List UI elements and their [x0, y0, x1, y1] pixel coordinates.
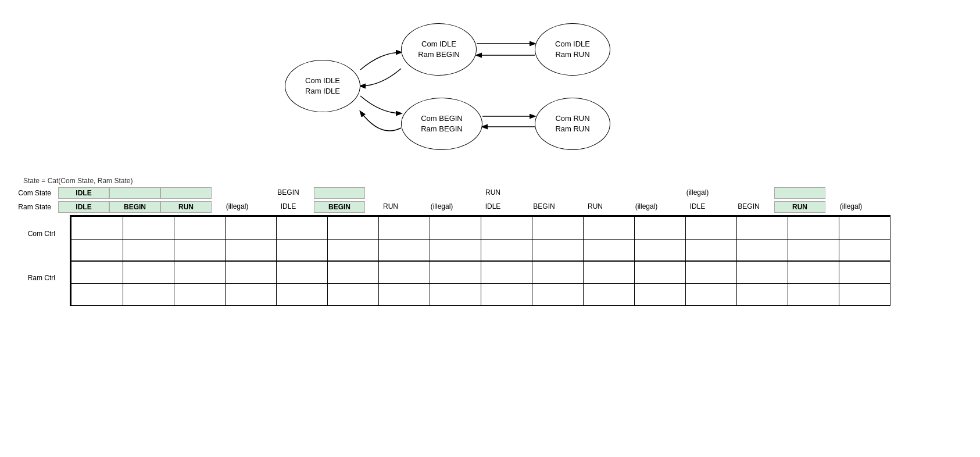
- com-ctrl-row-2: [71, 239, 890, 261]
- grid-cell: [532, 239, 583, 261]
- com-cell-13: [723, 187, 774, 199]
- grid-cell: [583, 283, 634, 305]
- grid-cell: [839, 283, 890, 305]
- grid-cell: [174, 239, 225, 261]
- node-run-run-line2: Ram RUN: [555, 124, 589, 134]
- node-idle-idle: Com IDLE Ram IDLE: [285, 60, 360, 112]
- com-cell-11: [621, 187, 672, 199]
- grid-cell: [276, 217, 327, 239]
- grid-cell: [481, 239, 532, 261]
- com-cell-5: [314, 187, 365, 199]
- grid-cell: [430, 239, 481, 261]
- ram-cell-0: IDLE: [58, 201, 109, 213]
- ram-ctrl-row-1: [71, 261, 890, 283]
- control-grid: [70, 215, 890, 306]
- ram-state-label: Ram State: [12, 203, 58, 211]
- grid-label-com-ctrl: Com Ctrl: [12, 230, 55, 238]
- com-cell-1: [109, 187, 160, 199]
- grid-cell: [583, 261, 634, 283]
- com-cell-3: [212, 187, 263, 199]
- grid-cell: [685, 261, 736, 283]
- ram-cell-14: RUN: [774, 201, 825, 213]
- grid-cell: [788, 261, 839, 283]
- grid-cell: [225, 283, 276, 305]
- grid-cell: [583, 217, 634, 239]
- grid-cell: [276, 239, 327, 261]
- grid-cell: [123, 283, 174, 305]
- grid-cell: [71, 261, 123, 283]
- grid-cell: [378, 239, 430, 261]
- grid-cell: [839, 217, 890, 239]
- grid-cell: [839, 239, 890, 261]
- grid-cell: [378, 261, 430, 283]
- ram-cell-15: (illegal): [825, 201, 877, 213]
- grid-cell: [481, 283, 532, 305]
- ram-cell-9: BEGIN: [518, 201, 570, 213]
- grid-cell: [174, 217, 225, 239]
- grid-cell: [736, 283, 788, 305]
- grid-cell: [685, 239, 736, 261]
- ram-cell-7: (illegal): [416, 201, 467, 213]
- ram-state-row: Ram State IDLE BEGIN RUN (illegal) IDLE …: [12, 201, 980, 213]
- com-state-cells: IDLE BEGIN RUN (illegal): [58, 187, 877, 199]
- grid-cell: [123, 217, 174, 239]
- node-idle-begin-line1: Com IDLE: [421, 39, 456, 49]
- grid-cell: [71, 239, 123, 261]
- com-state-label: Com State: [12, 189, 58, 197]
- com-state-row: Com State IDLE BEGIN RUN (illegal): [12, 187, 980, 199]
- com-cell-9: [518, 187, 570, 199]
- ram-cell-12: IDLE: [672, 201, 723, 213]
- com-cell-15: [825, 187, 877, 199]
- grid-cell: [532, 217, 583, 239]
- grid-cell: [327, 239, 378, 261]
- node-begin-begin-line1: Com BEGIN: [421, 113, 463, 124]
- grid-cell: [174, 283, 225, 305]
- node-begin-begin: Com BEGIN Ram BEGIN: [401, 98, 482, 150]
- state-table-section: State = Cat(Com State, Ram State) Com St…: [0, 174, 980, 306]
- grid-cell: [225, 217, 276, 239]
- grid-cell: [123, 261, 174, 283]
- ram-cell-1: BEGIN: [109, 201, 160, 213]
- com-cell-12: (illegal): [672, 187, 723, 199]
- grid-cell: [788, 217, 839, 239]
- grid-cell: [276, 283, 327, 305]
- node-idle-idle-line2: Ram IDLE: [305, 86, 340, 97]
- com-ctrl-row-1: [71, 217, 890, 239]
- grid-table: [71, 217, 890, 306]
- node-idle-begin-line2: Ram BEGIN: [418, 49, 460, 60]
- grid-cell: [174, 261, 225, 283]
- grid-cell: [685, 217, 736, 239]
- ram-state-cells: IDLE BEGIN RUN (illegal) IDLE BEGIN RUN …: [58, 201, 877, 213]
- grid-cell: [788, 283, 839, 305]
- grid-cell: [532, 261, 583, 283]
- grid-cell: [736, 261, 788, 283]
- grid-cell: [685, 283, 736, 305]
- grid-cell: [327, 217, 378, 239]
- grid-cell: [532, 283, 583, 305]
- node-idle-begin: Com IDLE Ram BEGIN: [401, 23, 477, 76]
- node-begin-begin-line2: Ram BEGIN: [421, 124, 463, 134]
- grid-cell: [327, 261, 378, 283]
- ram-cell-4: IDLE: [263, 201, 314, 213]
- grid-cell: [378, 217, 430, 239]
- grid-cell: [583, 239, 634, 261]
- ram-cell-5: BEGIN: [314, 201, 365, 213]
- grid-cell: [634, 261, 685, 283]
- grid-cell: [225, 239, 276, 261]
- grid-cell: [736, 239, 788, 261]
- ram-cell-13: BEGIN: [723, 201, 774, 213]
- grid-cell: [634, 217, 685, 239]
- grid-cell: [276, 261, 327, 283]
- ram-cell-10: RUN: [570, 201, 621, 213]
- grid-cell: [327, 283, 378, 305]
- ram-cell-2: RUN: [160, 201, 212, 213]
- grid-cell: [736, 217, 788, 239]
- node-idle-run-line1: Com IDLE: [555, 39, 590, 49]
- state-diagram: Com IDLE Ram IDLE Com IDLE Ram BEGIN Com…: [0, 0, 980, 174]
- grid-cell: [430, 283, 481, 305]
- com-cell-7: [416, 187, 467, 199]
- grid-cell: [634, 283, 685, 305]
- grid-cell: [481, 261, 532, 283]
- grid-cell: [123, 239, 174, 261]
- grid-cell: [430, 217, 481, 239]
